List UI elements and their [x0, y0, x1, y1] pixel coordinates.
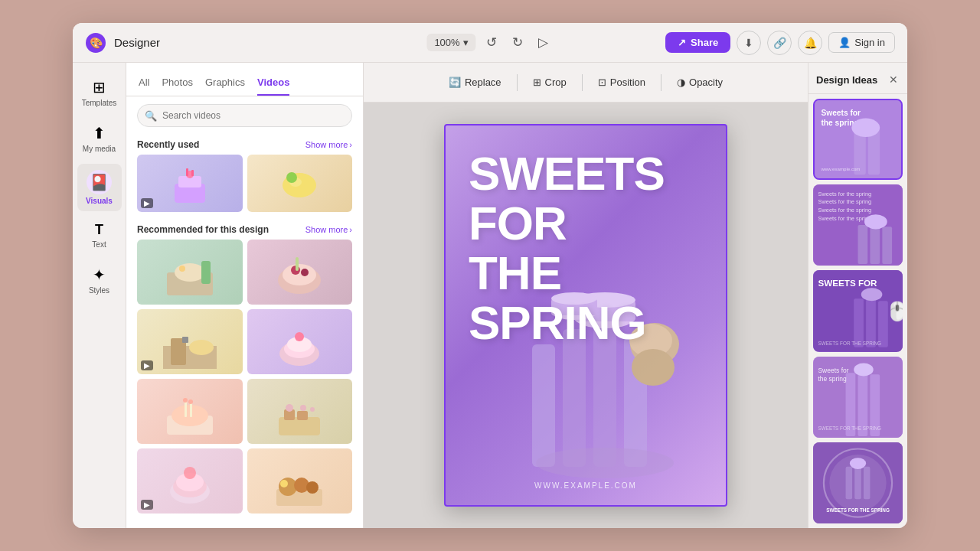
link-button[interactable]: 🔗 [767, 31, 792, 55]
crop-label: Crop [545, 77, 567, 88]
canvas-toolbar: 🔄 Replace ⊞ Crop ⊡ Position ◑ Opacity [364, 63, 808, 103]
sidebar-item-templates[interactable]: ⊞ Templates [77, 72, 122, 113]
templates-label: Templates [82, 99, 117, 107]
svg-point-38 [310, 407, 315, 412]
recently-used-show-more[interactable]: Show more › [305, 140, 352, 149]
svg-text:Sweets for the spring: Sweets for the spring [818, 215, 871, 222]
svg-point-77 [864, 215, 887, 230]
zoom-control[interactable]: 100% ▾ [426, 34, 475, 51]
design-canvas[interactable]: SWEETSFORTHESPRING [444, 124, 727, 507]
title-bar-right: ↗ Share ⬇ 🔗 🔔 👤 Sign in [665, 31, 895, 55]
signin-button[interactable]: 👤 Sign in [828, 32, 895, 53]
svg-point-17 [301, 269, 309, 276]
svg-point-37 [300, 405, 306, 411]
sidebar-item-text[interactable]: T Text [77, 216, 122, 255]
svg-text:🎨: 🎨 [90, 37, 103, 50]
recommended-item-2[interactable] [247, 240, 353, 305]
download-button[interactable]: ⬇ [737, 31, 761, 55]
undo-button[interactable]: ↺ [481, 31, 502, 54]
signin-label: Sign in [854, 37, 885, 48]
play-button[interactable]: ▷ [533, 31, 554, 54]
recently-used-item-1[interactable]: ▶ [137, 155, 243, 212]
zoom-value: 100% [434, 37, 459, 48]
sidebar-item-my-media[interactable]: ⬆ My media [77, 118, 122, 159]
toolbar-sep-1 [517, 74, 518, 91]
sidebar-item-visuals[interactable]: 🎴 Visuals [77, 164, 122, 211]
tab-all[interactable]: All [139, 77, 149, 96]
search-box: 🔍 [137, 104, 352, 127]
main-layout: ⊞ Templates ⬆ My media 🎴 Visuals T Text … [73, 63, 907, 528]
recommended-item-7[interactable]: ▶ [137, 448, 243, 514]
redo-button[interactable]: ↻ [507, 31, 528, 54]
svg-point-89 [854, 363, 873, 376]
recommended-item-6[interactable] [247, 379, 353, 444]
search-input[interactable] [137, 104, 352, 127]
recommended-item-3[interactable]: ▶ [137, 309, 243, 374]
food-img-1 [137, 240, 243, 305]
tab-graphics[interactable]: Graphics [205, 77, 245, 96]
svg-text:Sweets for: Sweets for [818, 367, 848, 374]
recently-used-item-2[interactable] [247, 155, 353, 212]
app-window: 🎨 Designer 100% ▾ ↺ ↻ ▷ ↗ Share ⬇ 🔗 🔔 👤 … [73, 23, 907, 528]
sidebar-item-styles[interactable]: ✦ Styles [77, 259, 122, 301]
app-logo: 🎨 [85, 32, 106, 54]
food-img-8 [247, 448, 353, 514]
recently-used-grid: ▶ [126, 155, 363, 220]
design-idea-1[interactable]: Sweets for the spring www.example.com [813, 99, 903, 180]
tab-videos[interactable]: Videos [257, 77, 289, 96]
design-idea-5[interactable]: SWEETS FOR THE SPRING [813, 442, 903, 523]
notification-button[interactable]: 🔔 [798, 31, 822, 55]
svg-rect-81 [866, 293, 876, 347]
replace-button[interactable]: 🔄 Replace [438, 72, 512, 93]
recommended-item-5[interactable] [137, 379, 243, 444]
recommended-title: Recommended for this design [137, 224, 269, 235]
canvas-wrapper: SWEETSFORTHESPRING [432, 103, 740, 528]
food-img-4 [247, 309, 353, 374]
idea-thumb-1: Sweets for the spring www.example.com [815, 100, 901, 178]
text-label: Text [92, 240, 106, 249]
opacity-button[interactable]: ◑ Opacity [666, 72, 733, 93]
left-panel-tabs: All Photos Graphics Videos [126, 63, 363, 96]
svg-point-47 [280, 480, 288, 487]
title-bar-controls: 100% ▾ ↺ ↻ ▷ [426, 31, 553, 54]
svg-rect-5 [186, 168, 188, 176]
visuals-icon: 🎴 [87, 170, 112, 194]
show-more-label: Show more [305, 140, 348, 149]
crop-button[interactable]: ⊞ Crop [522, 72, 577, 93]
toolbar-sep-2 [582, 74, 583, 91]
svg-point-99 [850, 458, 866, 469]
svg-rect-35 [297, 411, 308, 420]
svg-point-26 [295, 332, 304, 341]
position-button[interactable]: ⊡ Position [587, 72, 656, 93]
recommended-item-8[interactable] [247, 448, 353, 514]
design-idea-2[interactable]: Sweets for the spring Sweets for the spr… [813, 184, 903, 266]
crop-icon: ⊞ [533, 77, 541, 88]
replace-label: Replace [465, 77, 501, 88]
tab-photos[interactable]: Photos [162, 77, 192, 96]
design-idea-4[interactable]: Sweets for the spring SWEETS FOR THE SPR… [813, 357, 903, 438]
svg-text:Sweets for the spring: Sweets for the spring [818, 199, 871, 206]
food-img-2 [247, 240, 353, 305]
recently-used-header: Recently used Show more › [126, 135, 363, 155]
recommended-item-1[interactable] [137, 240, 243, 305]
svg-point-22 [189, 340, 214, 355]
app-name: Designer [114, 36, 160, 49]
video-badge-1: ▶ [141, 198, 153, 208]
replace-icon: 🔄 [449, 77, 461, 88]
share-button[interactable]: ↗ Share [665, 32, 730, 53]
right-panel: Design Ideas ✕ Sweets for the spring [808, 63, 907, 528]
svg-point-12 [179, 266, 185, 272]
design-ideas-close-button[interactable]: ✕ [887, 72, 900, 87]
text-icon: T [95, 222, 103, 238]
styles-icon: ✦ [93, 266, 106, 284]
svg-point-31 [183, 398, 188, 403]
title-bar: 🎨 Designer 100% ▾ ↺ ↻ ▷ ↗ Share ⬇ 🔗 🔔 👤 … [73, 23, 907, 63]
svg-point-46 [306, 481, 318, 494]
right-panel-header: Design Ideas ✕ [808, 63, 907, 94]
canvas-url: WWW.EXAMPLE.COM [534, 481, 637, 490]
recommended-item-4[interactable] [247, 309, 353, 374]
design-idea-3[interactable]: SWEETS FOR SWEETS FOR THE SPRING 🖱️ [813, 270, 903, 351]
recommended-show-more[interactable]: Show more › [305, 225, 352, 234]
food-img-6 [247, 379, 353, 444]
svg-text:SWEETS FOR THE SPRING: SWEETS FOR THE SPRING [818, 341, 881, 346]
